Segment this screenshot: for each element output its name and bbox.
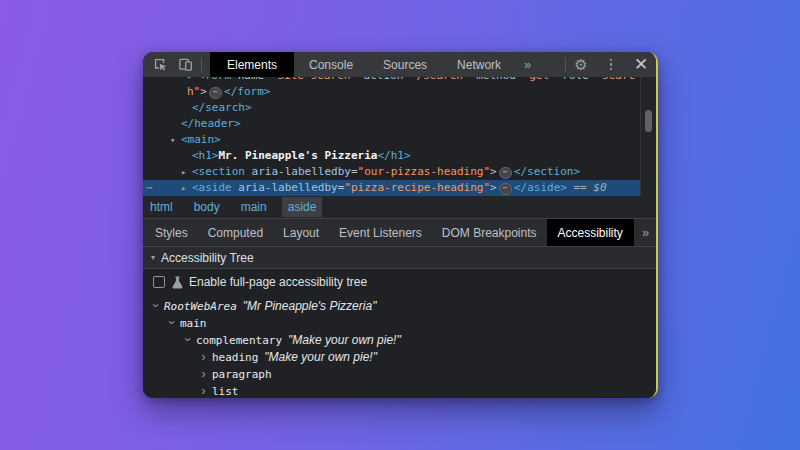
dom-line-aside[interactable]: ⋯▸<aside aria-labelledby="pizza-recipe-h… bbox=[143, 180, 640, 196]
dom-line-section[interactable]: ▸<section aria-labelledby="our-pizzas-he… bbox=[143, 164, 640, 180]
sidebar-tabs: StylesComputedLayoutEvent ListenersDOM B… bbox=[143, 219, 656, 247]
dom-line-header-close[interactable]: </header> bbox=[143, 116, 640, 132]
a11y-role-label: RootWebArea bbox=[164, 298, 237, 315]
device-toolbar-icon[interactable] bbox=[177, 57, 193, 73]
breadcrumb: htmlbodymainaside bbox=[143, 196, 656, 219]
chevron-right-icon[interactable]: › bbox=[197, 383, 210, 398]
close-icon[interactable]: ✕ bbox=[633, 57, 649, 73]
dom-line-main-open[interactable]: ▾<main> bbox=[143, 132, 640, 148]
tab-elements[interactable]: Elements bbox=[210, 52, 294, 77]
accessibility-tree-section-header[interactable]: ▾ Accessibility Tree bbox=[143, 247, 656, 269]
tab-accessibility[interactable]: Accessibility bbox=[547, 219, 634, 246]
settings-gear-icon[interactable]: ⚙ bbox=[573, 57, 589, 73]
a11y-node-rootwebarea[interactable]: ›RootWebArea"Mr Pineapple's Pizzeria" bbox=[143, 298, 656, 315]
more-tabs-chevron[interactable]: » bbox=[516, 52, 539, 77]
dom-line-search-close[interactable]: </search> bbox=[143, 100, 640, 116]
dom-tree: ▸<form name="site-search" action="/searc… bbox=[143, 77, 640, 196]
a11y-role-label: complementary bbox=[196, 332, 282, 349]
chevron-down-icon[interactable]: › bbox=[179, 333, 196, 346]
elements-panel: ▸<form name="site-search" action="/searc… bbox=[143, 77, 656, 196]
accessibility-section-title: Accessibility Tree bbox=[161, 251, 254, 265]
dom-line-h1[interactable]: <h1>Mr. Pineapple's Pizzeria</h1> bbox=[143, 148, 640, 164]
accessibility-tree: ›RootWebArea"Mr Pineapple's Pizzeria"›ma… bbox=[143, 295, 656, 398]
tab-layout[interactable]: Layout bbox=[273, 219, 329, 246]
a11y-node-paragraph[interactable]: ›paragraph bbox=[143, 366, 656, 383]
expand-ellipsis-icon[interactable]: ⋯ bbox=[499, 167, 512, 179]
enable-a11y-tree-label: Enable full-page accessibility tree bbox=[189, 275, 367, 289]
dom-node-menu-dots[interactable]: ⋯ bbox=[146, 180, 153, 196]
elements-scrollbar-thumb[interactable] bbox=[645, 110, 652, 132]
crumb-body[interactable]: body bbox=[188, 197, 226, 217]
chevron-down-icon[interactable]: › bbox=[163, 316, 180, 329]
crumb-main[interactable]: main bbox=[235, 197, 273, 217]
tab-computed[interactable]: Computed bbox=[198, 219, 273, 246]
tab-styles[interactable]: Styles bbox=[145, 219, 198, 246]
a11y-node-value: "Make your own pie!" bbox=[288, 332, 401, 349]
disclosure-triangle-collapsed[interactable]: ▸ bbox=[181, 164, 186, 180]
disclosure-triangle-collapsed[interactable]: ▸ bbox=[181, 180, 186, 196]
tab-event-listeners[interactable]: Event Listeners bbox=[329, 219, 432, 246]
chevron-right-icon[interactable]: › bbox=[197, 349, 210, 366]
enable-a11y-row: Enable full-page accessibility tree bbox=[143, 269, 656, 295]
elements-scrollbar-track[interactable] bbox=[640, 77, 656, 196]
a11y-role-label: list bbox=[212, 383, 239, 398]
experiment-flask-icon bbox=[171, 275, 183, 289]
chevron-down-icon[interactable]: › bbox=[147, 299, 164, 312]
a11y-node-value: "Make your own pie!" bbox=[264, 349, 377, 366]
crumb-aside[interactable]: aside bbox=[282, 197, 323, 217]
crumb-html[interactable]: html bbox=[144, 197, 179, 217]
disclosure-triangle-expanded[interactable]: ▾ bbox=[170, 132, 175, 148]
dom-line-form-open[interactable]: ▸<form name="site-search" action="/searc… bbox=[143, 77, 640, 84]
more-options-kebab-icon[interactable] bbox=[603, 57, 619, 73]
a11y-role-label: heading bbox=[212, 349, 258, 366]
toolbar-separator bbox=[201, 57, 202, 72]
tab-console[interactable]: Console bbox=[294, 52, 368, 77]
devtools-toolbar: ElementsConsoleSourcesNetwork » ⚙ ✕ bbox=[143, 52, 656, 77]
expand-ellipsis-icon[interactable]: ⋯ bbox=[209, 87, 222, 99]
a11y-role-label: paragraph bbox=[212, 366, 272, 383]
section-collapse-triangle-icon: ▾ bbox=[151, 253, 155, 262]
toolbar-separator-right bbox=[565, 57, 566, 72]
a11y-node-main[interactable]: ›main bbox=[143, 315, 656, 332]
tab-sources[interactable]: Sources bbox=[368, 52, 442, 77]
devtools-window: ElementsConsoleSourcesNetwork » ⚙ ✕ ▸<fo… bbox=[143, 52, 658, 398]
a11y-node-list[interactable]: ›list bbox=[143, 383, 656, 398]
dom-line-form-close-wrap[interactable]: h">⋯</form> bbox=[143, 84, 640, 100]
inspect-element-icon[interactable] bbox=[152, 57, 168, 73]
tab-network[interactable]: Network bbox=[442, 52, 516, 77]
tab-dom-breakpoints[interactable]: DOM Breakpoints bbox=[432, 219, 547, 246]
a11y-node-complementary[interactable]: ›complementary"Make your own pie!" bbox=[143, 332, 656, 349]
enable-a11y-tree-checkbox[interactable] bbox=[153, 276, 165, 288]
a11y-node-heading[interactable]: ›heading"Make your own pie!" bbox=[143, 349, 656, 366]
expand-ellipsis-icon[interactable]: ⋯ bbox=[499, 183, 512, 195]
sidebar-more-tabs-chevron[interactable]: » bbox=[634, 219, 657, 246]
chevron-right-icon[interactable]: › bbox=[197, 366, 210, 383]
a11y-role-label: main bbox=[180, 315, 207, 332]
main-panel-tabs: ElementsConsoleSourcesNetwork bbox=[210, 52, 516, 77]
a11y-node-value: "Mr Pineapple's Pizzeria" bbox=[243, 298, 377, 315]
disclosure-triangle-collapsed[interactable]: ▸ bbox=[187, 77, 192, 84]
desktop-background: { "toolbar": { "tabs": [ { "label": "Ele… bbox=[0, 0, 800, 450]
